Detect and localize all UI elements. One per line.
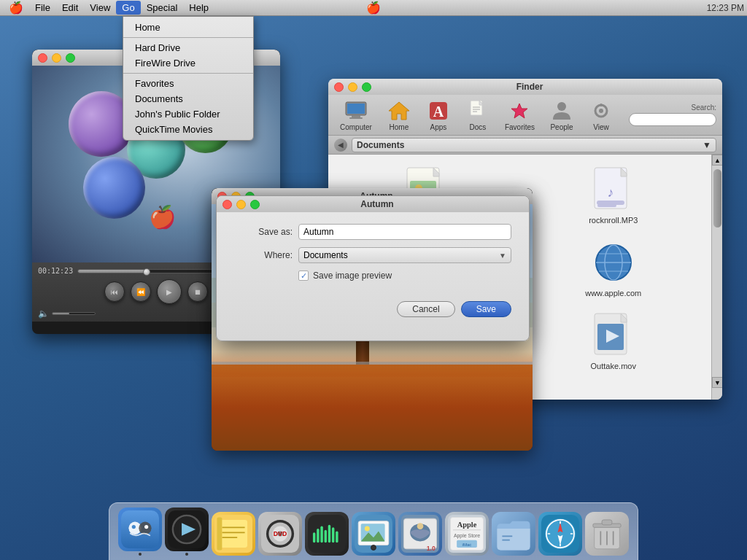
finder-scrollbar[interactable]: ▲ ▼ bbox=[711, 155, 722, 400]
mail-dock-icon: 1.0 bbox=[398, 512, 442, 556]
svg-point-80 bbox=[365, 526, 370, 532]
home-label: Home bbox=[390, 123, 409, 131]
menu-file[interactable]: File bbox=[29, 1, 56, 15]
qt-volume-fill bbox=[53, 313, 69, 314]
search-input[interactable] bbox=[629, 113, 716, 126]
finder-favorites-button[interactable]: Favorites bbox=[499, 98, 541, 133]
dock-item-dvd[interactable]: DVD bbox=[258, 512, 302, 556]
where-dropdown[interactable]: Documents ▼ bbox=[298, 247, 511, 263]
svg-rect-71 bbox=[317, 529, 319, 542]
apple-web-label: www.apple.com bbox=[585, 289, 641, 298]
finder-dock-dot bbox=[139, 553, 142, 556]
svg-point-82 bbox=[371, 545, 376, 551]
finder-item-mp3[interactable]: ♪ rocknroll.MP3 bbox=[525, 163, 703, 228]
go-menu-home[interactable]: Home bbox=[123, 20, 253, 35]
svg-point-15 bbox=[600, 104, 603, 106]
finder-apps-button[interactable]: A Apps bbox=[420, 98, 457, 133]
svg-rect-74 bbox=[328, 525, 330, 542]
notes-dock-icon bbox=[212, 512, 255, 556]
dock-item-safari[interactable] bbox=[538, 512, 582, 556]
save-dialog-buttons: Cancel Save bbox=[217, 301, 529, 326]
scrollbar-down-arrow[interactable]: ▼ bbox=[712, 377, 722, 388]
finder-dock-icon bbox=[118, 508, 162, 551]
finder-item-apple-web[interactable]: www.apple.com bbox=[525, 236, 703, 300]
view-label: View bbox=[593, 123, 609, 131]
qt-play-button[interactable]: ▶ bbox=[157, 279, 182, 304]
svg-text:A: A bbox=[433, 104, 444, 120]
qt-back-button[interactable]: ⏪ bbox=[131, 281, 151, 302]
svg-rect-73 bbox=[325, 530, 327, 542]
iphoto-dock-icon bbox=[352, 512, 395, 556]
dock-item-trash[interactable] bbox=[585, 512, 629, 556]
dock-item-soundstudio[interactable] bbox=[305, 512, 349, 556]
soundstudio-dock-icon bbox=[305, 512, 349, 556]
finder-search-area: Search: bbox=[629, 104, 716, 126]
qt-volume-bar[interactable] bbox=[52, 312, 96, 315]
people-label: People bbox=[550, 123, 573, 131]
svg-point-14 bbox=[599, 109, 603, 113]
menu-help[interactable]: Help bbox=[183, 1, 214, 15]
save-dialog-content: Save as: Where: Documents ▼ ✓ Save image… bbox=[217, 212, 529, 301]
trash-dock-icon bbox=[585, 512, 629, 556]
finder-back-button[interactable]: ◀ bbox=[334, 139, 347, 152]
svg-rect-76 bbox=[336, 532, 338, 543]
finder-location-arrow: ▼ bbox=[703, 140, 711, 150]
favorites-icon bbox=[508, 99, 531, 122]
finder-computer-button[interactable]: Computer bbox=[334, 98, 378, 133]
outtake-label: Outtake.mov bbox=[591, 362, 636, 370]
go-menu-qtmovies[interactable]: QuickTime Movies bbox=[123, 122, 253, 137]
apps-label: Apps bbox=[430, 123, 447, 131]
quicktime-dock-icon bbox=[165, 508, 209, 551]
menu-view[interactable]: View bbox=[84, 1, 116, 15]
qt-rewind-button[interactable]: ⏮ bbox=[104, 281, 125, 302]
dock-item-mail[interactable]: 1.0 bbox=[398, 512, 442, 556]
finder-people-button[interactable]: People bbox=[543, 98, 580, 133]
menu-go[interactable]: Go bbox=[116, 1, 140, 15]
finder-item-outtake[interactable]: Outtake.mov bbox=[525, 309, 703, 373]
svg-rect-70 bbox=[313, 532, 315, 542]
autumn-ground bbox=[212, 365, 533, 451]
dock-item-quicktime[interactable] bbox=[165, 508, 209, 556]
save-preview-checkbox[interactable]: ✓ bbox=[298, 271, 309, 281]
svg-marker-4 bbox=[389, 102, 409, 120]
finder-toolbar: Computer Home A Apps bbox=[328, 95, 722, 136]
dock-item-ibook[interactable]: Apple Apple Store iMac bbox=[445, 512, 489, 556]
menubar: 🍎 File Edit View Go Special Help 🍎 12:23… bbox=[0, 0, 747, 16]
dock-item-folder[interactable] bbox=[492, 512, 535, 556]
checkbox-row: ✓ Save image preview bbox=[234, 271, 511, 281]
people-icon bbox=[550, 99, 573, 122]
go-menu-divider1 bbox=[123, 37, 253, 38]
menu-time: 12:23 PM bbox=[707, 3, 744, 13]
finder-view-button[interactable]: View bbox=[583, 98, 619, 133]
where-row: Where: Documents ▼ bbox=[234, 247, 511, 263]
qt-progress-thumb[interactable] bbox=[143, 268, 150, 276]
dock-item-notes[interactable] bbox=[212, 512, 255, 556]
go-menu-harddrive[interactable]: Hard Drive bbox=[123, 40, 253, 55]
docs-label: Docs bbox=[470, 123, 487, 131]
scrollbar-up-arrow[interactable]: ▲ bbox=[712, 155, 722, 166]
go-menu-documents[interactable]: Documents bbox=[123, 91, 253, 106]
cancel-button[interactable]: Cancel bbox=[397, 301, 454, 317]
go-menu-publicfolder[interactable]: John's Public Folder bbox=[123, 106, 253, 122]
save-dialog-titlebar: Autumn bbox=[217, 196, 529, 212]
finder-docs-button[interactable]: Docs bbox=[460, 98, 496, 133]
qt-stop-button[interactable]: ⏹ bbox=[187, 281, 208, 302]
apple-menu[interactable]: 🍎 bbox=[3, 1, 29, 15]
dock-item-iphoto[interactable] bbox=[352, 512, 395, 556]
safari-dock-icon bbox=[538, 512, 582, 556]
save-as-input[interactable] bbox=[298, 224, 511, 240]
menu-special[interactable]: Special bbox=[141, 1, 184, 15]
dock-item-finder[interactable] bbox=[118, 508, 162, 556]
qt-dock-dot bbox=[185, 553, 188, 556]
save-button[interactable]: Save bbox=[461, 301, 511, 317]
scrollbar-thumb[interactable] bbox=[713, 169, 721, 228]
go-menu-favorites[interactable]: Favorites bbox=[123, 76, 253, 91]
svg-rect-72 bbox=[320, 526, 322, 543]
computer-label: Computer bbox=[340, 123, 372, 131]
mp3-file-label: rocknroll.MP3 bbox=[589, 216, 638, 225]
finder-location-dropdown[interactable]: Documents ▼ bbox=[352, 138, 716, 152]
finder-home-button[interactable]: Home bbox=[381, 98, 417, 133]
menu-edit[interactable]: Edit bbox=[56, 1, 84, 15]
ibook-dock-icon: Apple Apple Store iMac bbox=[445, 512, 489, 556]
go-menu-firewire[interactable]: FireWire Drive bbox=[123, 55, 253, 71]
